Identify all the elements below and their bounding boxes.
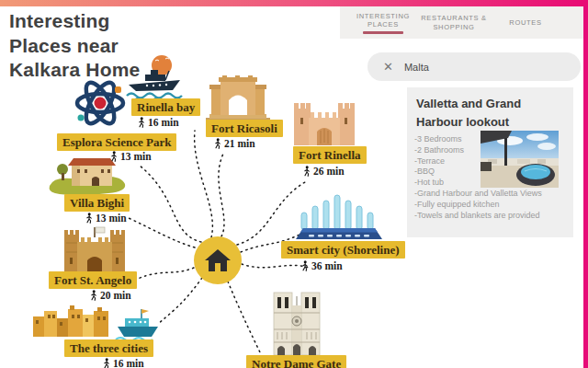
tab-restaurants-shopping[interactable]: RESTAURANTS & SHOPPING xyxy=(421,6,487,39)
walk-time-smart-city: 36 min xyxy=(301,260,343,271)
tab-bar: INTERESTING PLACES RESTAURANTS & SHOPPIN… xyxy=(340,6,584,39)
tab-label: ROUTES xyxy=(509,18,541,28)
terrace-photo xyxy=(481,131,559,188)
atom-icon xyxy=(72,77,129,129)
search-value: Malta xyxy=(404,62,429,73)
feature-item: -Grand Harbour and Valletta Views xyxy=(414,189,542,200)
tab-routes[interactable]: ROUTES xyxy=(492,6,559,39)
walk-time-esplora: 13 min xyxy=(110,151,152,162)
tab-label: SHOPPING xyxy=(433,23,474,32)
page-title: Interesting Places near Kalkara Home xyxy=(9,9,140,83)
map-label-rinella-bay[interactable]: Rinella bay xyxy=(131,98,200,116)
walk-time-rinella-bay: 16 min xyxy=(138,117,179,128)
property-title: Valletta and Grand Harbour lookout xyxy=(416,95,525,131)
walk-time-fort-st-angelo: 20 min xyxy=(90,290,131,301)
route-line xyxy=(195,131,213,237)
walking-person-icon xyxy=(103,358,110,368)
route-line xyxy=(242,264,309,268)
fountain-icon xyxy=(296,193,382,241)
route-line xyxy=(228,282,260,352)
property-info-panel: Valletta and Grand Harbour lookout -3 Be… xyxy=(407,87,573,237)
tab-label: RESTAURANTS & xyxy=(421,14,486,23)
map-label-villa-bighi[interactable]: Villa Bighi xyxy=(64,194,130,212)
feature-item: -Towels and blankets are provided xyxy=(414,211,542,222)
kalkara-home-hub xyxy=(194,236,242,284)
tab-label: INTERESTING xyxy=(356,12,410,21)
route-line xyxy=(219,154,224,236)
map-label-esplora-science-park[interactable]: Esplora Science Park xyxy=(57,133,176,151)
feature-item: -Fully equipped kitchen xyxy=(414,200,542,211)
walking-person-icon xyxy=(301,260,309,271)
walking-person-icon xyxy=(138,117,145,128)
route-line xyxy=(158,278,202,324)
route-line xyxy=(237,182,305,245)
walk-time-three-cities: 16 min xyxy=(103,358,144,368)
route-line xyxy=(138,268,194,279)
tab-label: PLACES xyxy=(368,20,399,29)
map-label-three-cities[interactable]: The three cities xyxy=(64,339,153,357)
home-icon xyxy=(204,247,232,273)
walk-time-fort-ricasoli: 21 min xyxy=(214,138,255,149)
tab-interesting-places[interactable]: INTERESTING PLACES xyxy=(340,6,426,39)
walk-time-villa-bighi: 13 min xyxy=(85,213,127,224)
walking-person-icon xyxy=(303,166,311,177)
walking-person-icon xyxy=(214,138,221,149)
city-boat-icon xyxy=(33,302,160,342)
route-line xyxy=(140,166,201,242)
map-label-fort-st-angelo[interactable]: Fort St. Angelo xyxy=(49,271,137,289)
map-label-notre-dame-gate[interactable]: Notre Dame Gate xyxy=(246,355,346,368)
route-line xyxy=(129,218,195,247)
ship-sun-icon xyxy=(125,52,184,103)
map-label-fort-rinella[interactable]: Fort Rinella xyxy=(293,146,367,164)
top-gradient-bar xyxy=(0,0,588,6)
map-label-smart-city[interactable]: Smart city (Shoreline) xyxy=(281,241,405,259)
right-accent-strip xyxy=(583,0,588,368)
fort-icon xyxy=(61,224,129,274)
arch-gate-icon xyxy=(204,75,272,123)
cathedral-icon xyxy=(268,289,325,357)
search-filter-chip[interactable]: ✕ Malta xyxy=(368,52,581,81)
map-label-fort-ricasoli[interactable]: Fort Ricasoli xyxy=(206,120,283,137)
walking-person-icon xyxy=(85,213,93,224)
clear-icon[interactable]: ✕ xyxy=(383,60,393,74)
walk-time-fort-rinella: 26 min xyxy=(303,166,345,177)
walking-person-icon xyxy=(110,151,118,162)
walking-person-icon xyxy=(90,290,97,301)
castle-icon xyxy=(290,98,358,147)
active-tab-underline xyxy=(363,31,403,34)
